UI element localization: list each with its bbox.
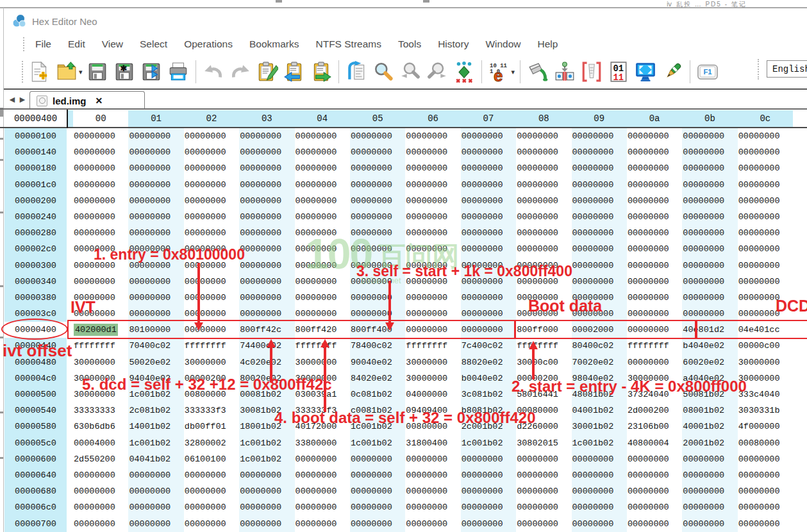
- hex-cell[interactable]: 31800400: [405, 435, 460, 451]
- new-file-icon[interactable]: [27, 59, 53, 85]
- hex-cell[interactable]: 00000000: [738, 258, 793, 274]
- hex-cell[interactable]: 30802015: [516, 435, 571, 451]
- hex-cell[interactable]: 30001b02: [572, 419, 627, 435]
- hex-cell[interactable]: 00000000: [128, 516, 183, 532]
- hex-cell[interactable]: 00000000: [516, 225, 571, 241]
- hex-cell[interactable]: 00000000: [295, 451, 350, 467]
- hex-cell[interactable]: 00000000: [73, 274, 128, 290]
- hex-cell[interactable]: ffffffff: [73, 338, 128, 354]
- f1-help-icon[interactable]: F1: [695, 59, 720, 85]
- undo-icon[interactable]: [201, 59, 226, 85]
- hex-cell[interactable]: 00000000: [405, 225, 460, 241]
- hex-cell[interactable]: 00000000: [627, 241, 682, 257]
- hex-cell[interactable]: 00000000: [128, 177, 183, 193]
- hex-cell[interactable]: 00000000: [239, 144, 294, 160]
- hex-cell[interactable]: 06100100: [184, 451, 239, 467]
- hex-cell[interactable]: 00000000: [73, 160, 128, 176]
- hex-cell[interactable]: 08001b02: [682, 403, 737, 419]
- clipboard-edit-icon[interactable]: [254, 59, 280, 85]
- hex-cell[interactable]: 00000000: [350, 499, 405, 515]
- hex-cell[interactable]: 00000000: [738, 225, 793, 241]
- hex-cell[interactable]: 00000000: [461, 516, 516, 532]
- hex-cell[interactable]: 30000000: [184, 354, 239, 370]
- hex-cell[interactable]: ffffffff: [184, 338, 239, 354]
- hex-cell[interactable]: 00000000: [350, 241, 405, 257]
- hex-cell[interactable]: ffffffff: [627, 338, 682, 354]
- hex-cell[interactable]: 00000000: [516, 483, 571, 499]
- hex-cell[interactable]: 00000000: [295, 177, 350, 193]
- hex-cell[interactable]: 00000000: [738, 516, 793, 532]
- hex-cell[interactable]: 00000000: [239, 160, 294, 176]
- hex-cell[interactable]: 00000000: [572, 144, 627, 160]
- hex-cell[interactable]: 00000000: [184, 467, 239, 483]
- hex-cell[interactable]: 2d550200: [73, 451, 128, 467]
- hex-cell[interactable]: 00000000: [682, 451, 737, 467]
- hex-cell[interactable]: 00000000: [461, 451, 516, 467]
- hex-cell[interactable]: 00000000: [73, 144, 128, 160]
- hex-cell[interactable]: 00000000: [239, 274, 294, 290]
- hex-cell[interactable]: 00000000: [350, 128, 405, 144]
- hex-cell[interactable]: 00080000: [738, 435, 793, 451]
- hex-cell[interactable]: 7c400c02: [461, 338, 516, 354]
- hex-cell[interactable]: 23106b00: [627, 419, 682, 435]
- hex-cell[interactable]: 00000000: [461, 467, 516, 483]
- hex-cell[interactable]: 00000000: [350, 177, 405, 193]
- hex-cell[interactable]: 00000000: [184, 128, 239, 144]
- hex-cell[interactable]: 00000000: [572, 177, 627, 193]
- hex-cell[interactable]: 20001b02: [682, 435, 737, 451]
- hex-cell[interactable]: 00000000: [239, 516, 294, 532]
- hex-cell[interactable]: 32800002: [184, 435, 239, 451]
- hex-cell[interactable]: 00000000: [405, 209, 460, 225]
- hex-cell[interactable]: 1c001b02: [239, 435, 294, 451]
- hex-cell[interactable]: 00000000: [184, 516, 239, 532]
- hex-cell[interactable]: 00000000: [239, 467, 294, 483]
- hex-cell[interactable]: 00000000: [128, 144, 183, 160]
- hex-cell[interactable]: 00000000: [627, 160, 682, 176]
- hex-cell[interactable]: 84020e02: [350, 370, 405, 387]
- hex-cell[interactable]: 00000000: [682, 160, 737, 176]
- hex-cell[interactable]: 00000000: [295, 225, 350, 241]
- hex-cell[interactable]: 00000000: [405, 177, 460, 193]
- menu-item-bookmarks[interactable]: Bookmarks: [241, 38, 308, 50]
- tab-next-icon[interactable]: ►: [18, 94, 27, 104]
- hex-cell[interactable]: 00000000: [461, 290, 516, 306]
- hex-cell[interactable]: 00000000: [572, 274, 627, 290]
- hex-cell[interactable]: 40001b02: [682, 419, 737, 435]
- hex-cell[interactable]: 00000000: [405, 128, 460, 144]
- hex-cell[interactable]: 00000000: [516, 467, 571, 483]
- hex-cell[interactable]: 00000000: [738, 499, 793, 515]
- hex-cell[interactable]: 00000000: [738, 241, 793, 257]
- hex-cell[interactable]: 3c081b02: [461, 387, 516, 403]
- hex-cell[interactable]: 00000000: [516, 209, 571, 225]
- hex-cell[interactable]: 33333333: [73, 403, 128, 419]
- hex-cell[interactable]: 00000000: [461, 144, 516, 160]
- hex-cell[interactable]: 00000000: [73, 128, 128, 144]
- hex-cell[interactable]: 00000000: [738, 144, 793, 160]
- hex-cell[interactable]: 00000000: [350, 451, 405, 467]
- menu-item-view[interactable]: View: [94, 38, 131, 50]
- hex-cell[interactable]: 50020e02: [128, 354, 183, 370]
- hex-cell[interactable]: 00000000: [405, 451, 460, 467]
- hex-cell[interactable]: 00000000: [73, 225, 128, 241]
- hex-cell[interactable]: 00000000: [682, 128, 737, 144]
- hex-cell[interactable]: 1c001b02: [128, 435, 183, 451]
- hex-cell[interactable]: 00000000: [627, 516, 682, 532]
- hex-cell[interactable]: 00000000: [738, 128, 793, 144]
- hex-cell[interactable]: 00000000: [516, 241, 571, 257]
- menu-item-help[interactable]: Help: [529, 38, 567, 50]
- hex-cell[interactable]: 00000000: [627, 193, 682, 209]
- hex-cell[interactable]: 00000000: [295, 467, 350, 483]
- hex-cell[interactable]: 3030331b: [738, 403, 793, 419]
- hex-cell[interactable]: 00000000: [572, 483, 627, 499]
- hex-cell[interactable]: 00000000: [350, 483, 405, 499]
- hex-cell[interactable]: 00000000: [239, 225, 294, 241]
- find-icon[interactable]: [370, 59, 396, 85]
- hex-cell[interactable]: 30000c00: [516, 354, 571, 370]
- hex-cell[interactable]: 1c001b02: [572, 435, 627, 451]
- menu-item-operations[interactable]: Operations: [176, 38, 241, 50]
- hex-cell[interactable]: 00000000: [239, 241, 294, 257]
- hex-cell[interactable]: 00000000: [516, 499, 571, 515]
- hex-cell[interactable]: 00000000: [405, 499, 460, 515]
- paste-arrow-right-icon[interactable]: [308, 59, 334, 85]
- open-dropdown-icon[interactable]: ▾: [79, 68, 83, 76]
